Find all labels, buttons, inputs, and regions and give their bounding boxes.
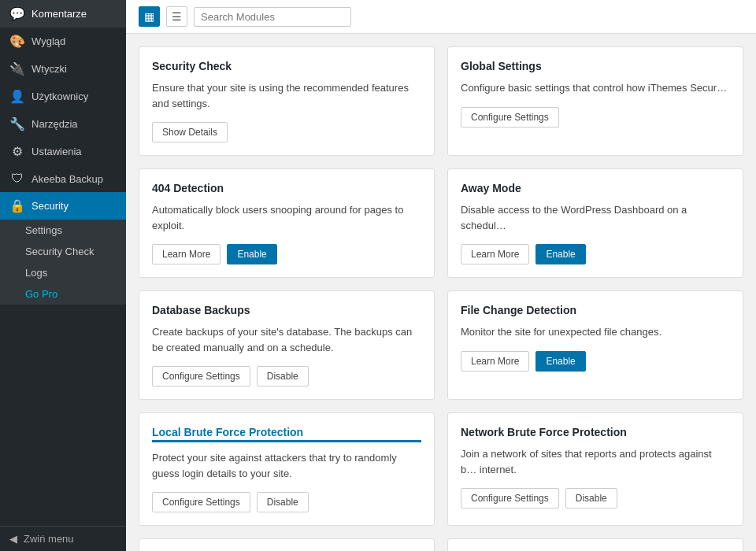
card-title: Away Mode [461,182,730,194]
enable-button[interactable]: Enable [227,244,276,264]
learn-more-button[interactable]: Learn More [461,351,529,372]
security-icon: 🔒 [9,198,25,213]
card-title: 404 Detection [152,182,421,194]
card-404-detection: 404 Detection Automatically block users … [139,168,435,278]
configure-settings-button[interactable]: Configure Settings [461,488,559,508]
disable-button[interactable]: Disable [565,488,617,508]
card-desc: Create backups of your site's database. … [152,324,421,355]
card-actions: Learn More Enable [152,244,421,264]
configure-settings-button[interactable]: Configure Settings [152,366,250,386]
configure-settings-button[interactable]: Configure Settings [461,107,559,128]
security-submenu: Settings Security Check Logs Go Pro [0,220,126,305]
card-title: Database Backups [152,304,421,316]
sidebar-item-label: Wygląd [32,35,65,47]
card-actions: Configure Settings Disable [152,366,421,386]
submenu-item-logs[interactable]: Logs [0,262,126,283]
card-actions: Configure Settings Disable [152,492,421,512]
comment-icon: 💬 [9,6,25,21]
card-database-backups: Database Backups Create backups of your … [139,290,435,400]
collapse-label: Zwiń menu [24,533,74,545]
sidebar-item-label: Security [32,200,69,212]
submenu-item-gopro[interactable]: Go Pro [0,283,126,305]
card-ssl: SSL [139,538,435,551]
submenu-item-settings[interactable]: Settings [0,220,126,241]
card-local-brute-force: Local Brute Force Protection Protect you… [139,412,435,526]
disable-button[interactable]: Disable [257,366,309,386]
sidebar: 💬 Komentarze 🎨 Wygląd 🔌 Wtyczki 👤 Użytko… [0,0,126,551]
card-actions: Configure Settings Disable [461,488,730,508]
settings-icon: ⚙ [9,144,25,159]
search-input[interactable] [194,7,351,27]
card-title: Global Settings [461,60,730,72]
sidebar-item-wyglad[interactable]: 🎨 Wygląd [0,28,126,55]
sidebar-item-label: Akeeba Backup [32,173,103,185]
sidebar-item-label: Wtyczki [32,63,67,75]
card-actions: Configure Settings [461,107,730,128]
card-global-settings: Global Settings Configure basic settings… [447,46,743,156]
card-system-tweaks: System Tweaks [447,538,743,551]
sidebar-item-akeeba[interactable]: 🛡 Akeeba Backup [0,165,126,192]
sidebar-item-komentarze[interactable]: 💬 Komentarze [0,0,126,28]
submenu-item-security-check[interactable]: Security Check [0,241,126,262]
card-title: Network Brute Force Protection [461,426,730,438]
main-content: ▦ ☰ Security Check Ensure that your site… [126,0,756,551]
card-title: File Change Detection [461,304,730,316]
cards-container: Security Check Ensure that your site is … [139,46,743,551]
submenu-label: Settings [25,224,62,236]
enable-button[interactable]: Enable [536,351,585,372]
sidebar-item-label: Narzędzia [32,118,78,130]
list-view-button[interactable]: ☰ [166,6,187,27]
collapse-menu[interactable]: ◀ Zwiń menu [0,526,126,551]
disable-button[interactable]: Disable [257,492,309,512]
enable-button[interactable]: Enable [536,244,585,264]
appearance-icon: 🎨 [9,34,25,49]
card-desc: Automatically block users snooping aroun… [152,202,421,233]
grid-view-button[interactable]: ▦ [139,6,160,27]
submenu-label: Security Check [25,246,94,257]
card-desc: Ensure that your site is using the recom… [152,80,421,111]
show-details-button[interactable]: Show Details [152,122,228,142]
sidebar-item-wtyczki[interactable]: 🔌 Wtyczki [0,55,126,83]
akeeba-icon: 🛡 [9,172,25,186]
card-actions: Learn More Enable [461,351,730,372]
plugins-icon: 🔌 [9,61,25,76]
card-desc: Protect your site against attackers that… [152,450,421,481]
topbar: ▦ ☰ [126,0,756,34]
sidebar-item-label: Ustawienia [32,146,82,157]
card-network-brute-force: Network Brute Force Protection Join a ne… [447,412,743,526]
learn-more-button[interactable]: Learn More [461,244,529,264]
card-desc: Monitor the site for unexpected file cha… [461,324,730,340]
sidebar-item-security[interactable]: 🔒 Security [0,192,126,220]
card-desc: Configure basic settings that control ho… [461,80,730,96]
sidebar-item-label: Użytkownicy [32,91,88,102]
card-away-mode: Away Mode Disable access to the WordPres… [447,168,743,278]
sidebar-item-uzytkownicy[interactable]: 👤 Użytkownicy [0,83,126,110]
learn-more-button[interactable]: Learn More [152,244,220,264]
configure-settings-button[interactable]: Configure Settings [152,492,250,512]
card-actions: Learn More Enable [461,244,730,264]
card-file-change-detection: File Change Detection Monitor the site f… [447,290,743,400]
card-security-check: Security Check Ensure that your site is … [139,46,435,156]
submenu-label: Logs [25,267,47,279]
card-title: Security Check [152,60,421,72]
card-desc: Disable access to the WordPress Dashboar… [461,202,730,233]
submenu-label: Go Pro [25,288,57,300]
modules-grid: Security Check Ensure that your site is … [126,34,756,551]
tools-icon: 🔧 [9,116,25,131]
sidebar-item-label: Komentarze [32,8,87,20]
card-actions: Show Details [152,122,421,142]
users-icon: 👤 [9,89,25,104]
sidebar-item-ustawienia[interactable]: ⚙ Ustawienia [0,138,126,165]
card-desc: Join a network of sites that reports and… [461,446,730,477]
sidebar-item-narzedzia[interactable]: 🔧 Narzędzia [0,110,126,138]
collapse-icon: ◀ [9,533,17,545]
card-title: Local Brute Force Protection [152,426,421,442]
